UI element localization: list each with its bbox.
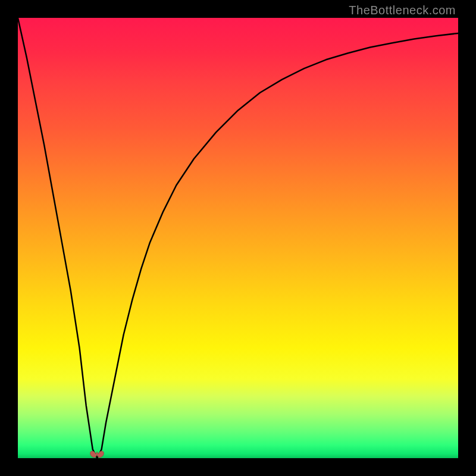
bottleneck-curve xyxy=(18,18,458,458)
chart-frame: TheBottleneck.com xyxy=(0,0,476,476)
watermark-text: TheBottleneck.com xyxy=(349,4,456,17)
plot-area xyxy=(18,18,458,458)
